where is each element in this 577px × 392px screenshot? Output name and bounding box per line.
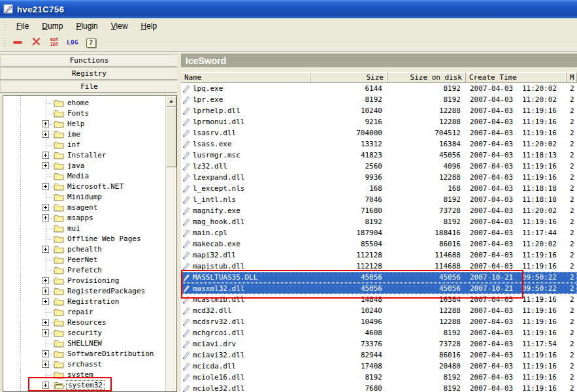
tree-scrollbar[interactable] <box>165 96 176 391</box>
file-row[interactable]: l_intl.nls704681922007-04-0311:18:182 <box>181 194 577 205</box>
tree-item-resources[interactable]: Resources <box>3 318 165 328</box>
expand-plus-icon[interactable] <box>42 329 49 336</box>
expand-plus-icon[interactable] <box>42 152 49 159</box>
expand-plus-icon[interactable] <box>42 298 49 305</box>
column-header-create-time[interactable]: Create Time <box>466 73 567 82</box>
tree-item-softwaredistribution[interactable]: SoftwareDistribution <box>3 349 165 359</box>
scroll-thumb[interactable] <box>166 107 176 167</box>
expand-plus-icon[interactable] <box>42 277 49 284</box>
gdt-idt-button[interactable]: GDT IDT <box>46 36 62 49</box>
tree-item-registration[interactable]: Registration <box>3 297 165 307</box>
menubar-grip[interactable] <box>4 21 6 31</box>
tree-item-microsoft-net[interactable]: Microsoft.NET <box>3 182 165 192</box>
tree-item-java[interactable]: java <box>3 161 165 171</box>
titlebar[interactable]: hve21C756 <box>0 0 577 18</box>
expand-plus-icon[interactable] <box>42 131 49 138</box>
file-row[interactable]: lzexpand.dll9936122882007-04-0311:19:162 <box>181 172 577 183</box>
help-button[interactable]: ? <box>83 36 99 49</box>
tree-item-inf[interactable]: inf <box>3 140 165 150</box>
scroll-up-button[interactable] <box>166 96 176 106</box>
file-row[interactable]: mciavi.drv73376737282007-04-0311:17:542 <box>181 338 577 350</box>
file-row[interactable]: mapi32.dll1121281146882007-04-0311:19:16… <box>181 250 577 261</box>
file-row[interactable]: mapistub.dll1121281146882007-04-0311:19:… <box>181 261 577 272</box>
expand-plus-icon[interactable] <box>42 319 49 326</box>
file-row[interactable]: mcastmib.dll14848163842007-04-0311:19:16… <box>181 294 577 305</box>
menu-dump[interactable]: Dump <box>35 20 69 32</box>
menu-view[interactable]: View <box>105 20 135 32</box>
tree-item-offline-web-pages[interactable]: Offline Web Pages <box>3 234 165 244</box>
file-row[interactable]: lprhelp.dll10240122882007-04-0311:19:162 <box>181 105 577 116</box>
folder-icon <box>54 109 65 118</box>
file-row[interactable]: lz32.dll256040962007-04-0311:19:162 <box>181 161 577 172</box>
sidebar-button-file[interactable]: File <box>0 80 178 93</box>
column-header-name[interactable]: Name <box>181 73 310 82</box>
file-row[interactable]: mcdsrv32.dll10496122882007-04-0311:19:16… <box>181 316 577 327</box>
tree-item-media[interactable]: Media <box>3 171 165 182</box>
expand-plus-icon[interactable] <box>42 382 49 389</box>
minus-button[interactable] <box>10 36 25 49</box>
tree-item-srchasst[interactable]: srchasst <box>3 359 165 370</box>
file-row[interactable]: lusrmgr.msc41823450562007-04-0311:18:132 <box>181 150 577 161</box>
expand-plus-icon[interactable] <box>42 350 49 357</box>
tree-item-msapps[interactable]: msapps <box>3 213 165 223</box>
file-row[interactable]: MASSLTUAS35.DLL45056450562007-10-2109:50… <box>181 272 577 283</box>
column-header-size[interactable]: Size <box>310 73 387 82</box>
file-row[interactable]: mciole32.dll768081922007-04-0311:19:162 <box>181 383 577 392</box>
tree-item-registeredpackages[interactable]: RegisteredPackages <box>3 286 165 297</box>
file-row[interactable]: masxml32.dll45056450562007-10-2109:50:22… <box>181 283 577 294</box>
tree-item-system32[interactable]: system32 <box>3 380 165 391</box>
tree-item-peernet[interactable]: PeerNet <box>3 255 165 265</box>
file-row[interactable]: magnify.exe71680737282007-04-0311:20:022 <box>181 205 577 216</box>
expand-plus-icon[interactable] <box>42 361 49 368</box>
file-row[interactable]: mcicda.dll17408204802007-04-0311:19:162 <box>181 361 577 372</box>
tree-item-help[interactable]: Help <box>3 119 165 129</box>
sidebar-button-registry[interactable]: Registry <box>0 67 178 80</box>
file-row[interactable]: main.cpl1879041884162007-04-0311:17:442 <box>181 227 577 238</box>
tree-item-ehome[interactable]: ehome <box>3 98 165 108</box>
tree-item-ime[interactable]: ime <box>3 129 165 140</box>
file-icon <box>182 218 190 226</box>
file-row[interactable]: mchgrcoi.dll460881922007-04-0311:19:162 <box>181 327 577 338</box>
expand-plus-icon[interactable] <box>42 162 49 169</box>
file-row[interactable]: lprmonui.dll9216122882007-04-0311:19:162 <box>181 116 577 127</box>
tree-item-provisioning[interactable]: Provisioning <box>3 276 165 286</box>
create-clock: 11:20:02 <box>522 95 557 104</box>
tree-item-pchealth[interactable]: pchealth <box>3 244 165 255</box>
tree-item-minidump[interactable]: Minidump <box>3 192 165 203</box>
file-row[interactable]: lsasrv.dll7040007045122007-04-0311:19:16… <box>181 127 577 139</box>
expand-plus-icon[interactable] <box>42 246 49 253</box>
menu-help[interactable]: Help <box>135 20 164 32</box>
tree-item-system[interactable]: system <box>3 370 165 380</box>
close-x-button[interactable] <box>28 36 44 49</box>
expand-plus-icon[interactable] <box>42 120 49 127</box>
tree-item-shellnew[interactable]: SHELLNEW <box>3 338 165 349</box>
tree-item-fonts[interactable]: Fonts <box>3 108 165 119</box>
file-row[interactable]: lsass.exe13312163842007-04-0311:20:022 <box>181 139 577 150</box>
sidebar-button-functions[interactable]: Functions <box>0 54 178 67</box>
file-row[interactable]: mag_hook.dll819281922007-04-0311:19:162 <box>181 216 577 227</box>
file-row[interactable]: mciole16.dll819281922007-04-0311:19:162 <box>181 372 577 383</box>
toolbar-grip[interactable] <box>4 37 6 48</box>
file-size-on-disk: 45056 <box>387 284 466 293</box>
file-row[interactable]: l_except.nls1681682007-04-0311:18:182 <box>181 183 577 194</box>
tree-item-prefetch[interactable]: Prefetch <box>3 265 165 276</box>
tree-item-security[interactable]: security <box>3 328 165 338</box>
log-button[interactable]: LOG <box>65 36 80 49</box>
file-row[interactable]: makecab.exe85504860162007-04-0311:20:022 <box>181 238 577 250</box>
expand-plus-icon[interactable] <box>42 214 49 221</box>
tree-item-repair[interactable]: repair <box>3 307 165 318</box>
file-row[interactable]: lpr.exe819281922007-04-0311:20:022 <box>181 94 577 105</box>
file-row[interactable]: lpq.exe614481922007-04-0311:20:022 <box>181 83 577 94</box>
file-row[interactable]: mciavi32.dll82944860162007-04-0311:19:16… <box>181 350 577 361</box>
tree-item-msagent[interactable]: msagent <box>3 203 165 213</box>
file-row[interactable]: mcd32.dll10240122882007-04-0311:19:162 <box>181 305 577 316</box>
expand-plus-icon[interactable] <box>42 204 49 211</box>
tree-item-installer[interactable]: Installer <box>3 150 165 161</box>
tree-item-mui[interactable]: mui <box>3 223 165 234</box>
column-header-m[interactable]: M <box>567 73 577 82</box>
column-header-size-on-disk[interactable]: Size on disk <box>387 73 466 82</box>
expand-plus-icon[interactable] <box>42 287 49 295</box>
expand-plus-icon[interactable] <box>42 183 49 190</box>
menu-plugin[interactable]: Plugin <box>69 20 104 32</box>
menu-file[interactable]: File <box>10 20 35 32</box>
